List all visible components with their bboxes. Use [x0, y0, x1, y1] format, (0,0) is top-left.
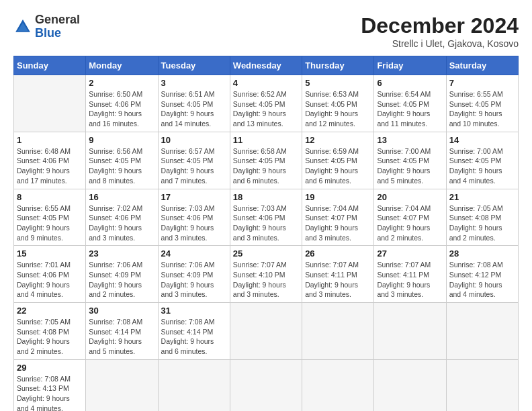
table-row: 8 Sunrise: 6:55 AM Sunset: 4:05 PM Dayli… [14, 189, 86, 246]
calendar-week-row: 2 Sunrise: 6:50 AM Sunset: 4:06 PM Dayli… [14, 75, 519, 132]
table-row: 27 Sunrise: 7:07 AM Sunset: 4:11 PM Dayl… [374, 246, 446, 303]
table-row: 20 Sunrise: 7:04 AM Sunset: 4:07 PM Dayl… [374, 189, 446, 246]
table-row: 9 Sunrise: 6:56 AM Sunset: 4:05 PM Dayli… [86, 132, 158, 189]
table-row: 21 Sunrise: 7:05 AM Sunset: 4:08 PM Dayl… [446, 189, 518, 246]
table-row: 31 Sunrise: 7:08 AM Sunset: 4:14 PM Dayl… [158, 303, 230, 360]
table-row: 17 Sunrise: 7:03 AM Sunset: 4:06 PM Dayl… [158, 189, 230, 246]
title-block: December 2024 Strellc i Ulet, Gjakova, K… [361, 13, 519, 49]
table-row: 24 Sunrise: 7:06 AM Sunset: 4:09 PM Dayl… [158, 246, 230, 303]
table-row: 5 Sunrise: 6:53 AM Sunset: 4:05 PM Dayli… [302, 75, 374, 132]
empty-cell [302, 303, 374, 360]
col-wednesday: Wednesday [230, 56, 302, 75]
calendar-week-row: 22 Sunrise: 7:05 AM Sunset: 4:08 PM Dayl… [14, 303, 519, 360]
table-row: 25 Sunrise: 7:07 AM Sunset: 4:10 PM Dayl… [230, 246, 302, 303]
col-thursday: Thursday [302, 56, 374, 75]
empty-cell [302, 359, 374, 411]
calendar-week-row: 8 Sunrise: 6:55 AM Sunset: 4:05 PM Dayli… [14, 189, 519, 246]
logo-text: General Blue [35, 13, 80, 40]
empty-cell [86, 359, 158, 411]
table-row: 23 Sunrise: 7:06 AM Sunset: 4:09 PM Dayl… [86, 246, 158, 303]
table-row: 10 Sunrise: 6:57 AM Sunset: 4:05 PM Dayl… [158, 132, 230, 189]
table-row: 18 Sunrise: 7:03 AM Sunset: 4:06 PM Dayl… [230, 189, 302, 246]
table-row: 4 Sunrise: 6:52 AM Sunset: 4:05 PM Dayli… [230, 75, 302, 132]
table-row: 29 Sunrise: 7:08 AM Sunset: 4:13 PM Dayl… [14, 359, 86, 411]
table-row: 16 Sunrise: 7:02 AM Sunset: 4:06 PM Dayl… [86, 189, 158, 246]
empty-cell [230, 359, 302, 411]
col-tuesday: Tuesday [158, 56, 230, 75]
empty-cell [158, 359, 230, 411]
table-row: 3 Sunrise: 6:51 AM Sunset: 4:05 PM Dayli… [158, 75, 230, 132]
table-row: 19 Sunrise: 7:04 AM Sunset: 4:07 PM Dayl… [302, 189, 374, 246]
empty-cell [446, 359, 518, 411]
empty-cell [14, 75, 86, 132]
table-row: 14 Sunrise: 7:00 AM Sunset: 4:05 PM Dayl… [446, 132, 518, 189]
table-row: 11 Sunrise: 6:58 AM Sunset: 4:05 PM Dayl… [230, 132, 302, 189]
empty-cell [230, 303, 302, 360]
empty-cell [446, 303, 518, 360]
table-row: 6 Sunrise: 6:54 AM Sunset: 4:05 PM Dayli… [374, 75, 446, 132]
calendar-week-row: 29 Sunrise: 7:08 AM Sunset: 4:13 PM Dayl… [14, 359, 519, 411]
table-row: 15 Sunrise: 7:01 AM Sunset: 4:06 PM Dayl… [14, 246, 86, 303]
logo-general: General [35, 13, 80, 26]
calendar-week-row: 15 Sunrise: 7:01 AM Sunset: 4:06 PM Dayl… [14, 246, 519, 303]
calendar-header-row: Sunday Monday Tuesday Wednesday Thursday… [14, 56, 519, 75]
page-header: General Blue December 2024 Strellc i Ule… [13, 13, 519, 49]
page-title: December 2024 [361, 13, 519, 38]
empty-cell [374, 359, 446, 411]
col-sunday: Sunday [14, 56, 86, 75]
table-row: 12 Sunrise: 6:59 AM Sunset: 4:05 PM Dayl… [302, 132, 374, 189]
col-friday: Friday [374, 56, 446, 75]
col-monday: Monday [86, 56, 158, 75]
table-row: 13 Sunrise: 7:00 AM Sunset: 4:05 PM Dayl… [374, 132, 446, 189]
calendar-week-row: 1 Sunrise: 6:48 AM Sunset: 4:06 PM Dayli… [14, 132, 519, 189]
table-row: 7 Sunrise: 6:55 AM Sunset: 4:05 PM Dayli… [446, 75, 518, 132]
col-saturday: Saturday [446, 56, 518, 75]
logo-icon [13, 17, 32, 36]
empty-cell [374, 303, 446, 360]
table-row: 30 Sunrise: 7:08 AM Sunset: 4:14 PM Dayl… [86, 303, 158, 360]
calendar-table: Sunday Monday Tuesday Wednesday Thursday… [13, 56, 519, 411]
logo: General Blue [13, 13, 80, 40]
table-row: 22 Sunrise: 7:05 AM Sunset: 4:08 PM Dayl… [14, 303, 86, 360]
table-row: 28 Sunrise: 7:08 AM Sunset: 4:12 PM Dayl… [446, 246, 518, 303]
logo-blue: Blue [35, 26, 61, 40]
table-row: 2 Sunrise: 6:50 AM Sunset: 4:06 PM Dayli… [86, 75, 158, 132]
table-row: 1 Sunrise: 6:48 AM Sunset: 4:06 PM Dayli… [14, 132, 86, 189]
table-row: 26 Sunrise: 7:07 AM Sunset: 4:11 PM Dayl… [302, 246, 374, 303]
page-subtitle: Strellc i Ulet, Gjakova, Kosovo [361, 38, 519, 49]
